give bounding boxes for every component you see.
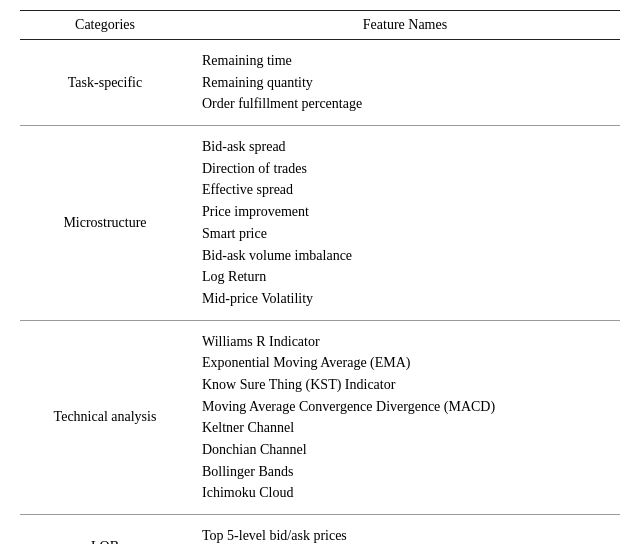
list-item: Order fulfillment percentage — [202, 93, 608, 115]
features-cell: Bid-ask spreadDirection of tradesEffecti… — [190, 126, 620, 321]
list-item: Exponential Moving Average (EMA) — [202, 352, 608, 374]
category-cell: Microstructure — [20, 126, 190, 321]
list-item: Log Return — [202, 266, 608, 288]
col-categories-header: Categories — [20, 11, 190, 40]
main-table: Categories Feature Names Task-specificRe… — [20, 10, 620, 544]
list-item: Bid-ask spread — [202, 136, 608, 158]
list-item: Direction of trades — [202, 158, 608, 180]
list-item: Keltner Channel — [202, 417, 608, 439]
table-row: Task-specificRemaining timeRemaining qua… — [20, 40, 620, 126]
list-item: Smart price — [202, 223, 608, 245]
category-cell: LOB — [20, 515, 190, 544]
list-item: Remaining quantity — [202, 72, 608, 94]
features-cell: Williams R IndicatorExponential Moving A… — [190, 320, 620, 515]
list-item: Effective spread — [202, 179, 608, 201]
features-cell: Top 5-level bid/ask pricesTop 5-level bi… — [190, 515, 620, 544]
features-cell: Remaining timeRemaining quantityOrder fu… — [190, 40, 620, 126]
list-item: Mid-price Volatility — [202, 288, 608, 310]
list-item: Remaining time — [202, 50, 608, 72]
list-item: Know Sure Thing (KST) Indicator — [202, 374, 608, 396]
table-row: Technical analysisWilliams R IndicatorEx… — [20, 320, 620, 515]
list-item: Bid-ask volume imbalance — [202, 245, 608, 267]
list-item: Price improvement — [202, 201, 608, 223]
table-row: MicrostructureBid-ask spreadDirection of… — [20, 126, 620, 321]
list-item: Moving Average Convergence Divergence (M… — [202, 396, 608, 418]
table-row: LOBTop 5-level bid/ask pricesTop 5-level… — [20, 515, 620, 544]
list-item: Ichimoku Cloud — [202, 482, 608, 504]
category-cell: Task-specific — [20, 40, 190, 126]
category-cell: Technical analysis — [20, 320, 190, 515]
list-item: Top 5-level bid/ask prices — [202, 525, 608, 544]
list-item: Donchian Channel — [202, 439, 608, 461]
list-item: Williams R Indicator — [202, 331, 608, 353]
col-features-header: Feature Names — [190, 11, 620, 40]
list-item: Bollinger Bands — [202, 461, 608, 483]
